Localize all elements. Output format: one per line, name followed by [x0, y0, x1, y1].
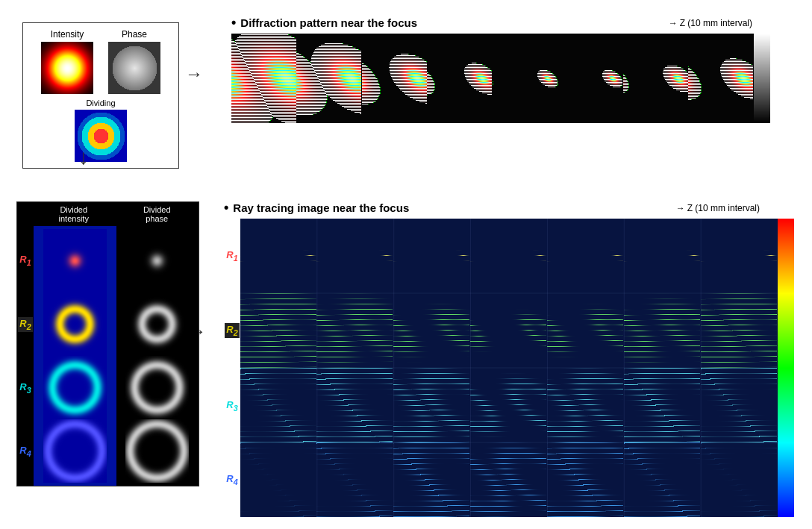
div-int-r2-canvas	[43, 292, 107, 356]
div-int-r3-canvas	[43, 356, 107, 419]
raytracing-body: R1 R2 R3 R4	[224, 219, 805, 517]
div-ph-r1-canvas	[125, 229, 189, 292]
row-label-r2: R2	[18, 317, 32, 332]
divided-header: Dividedintensity Dividedphase	[17, 202, 199, 226]
divided-row-labels: R1 R2 R3 R4	[17, 226, 34, 486]
phase-label: Phase	[108, 29, 160, 40]
diffraction-title: Diffraction pattern near the focus	[240, 16, 417, 29]
div-ph-r4-canvas	[125, 419, 189, 483]
row-label-r3: R3	[19, 381, 31, 395]
divided-panel: Dividedintensity Dividedphase R1 R2 R3 R…	[16, 201, 199, 486]
top-left-panel: Intensity Phase Dividing	[22, 22, 179, 169]
rt-row-label-r1: R1	[226, 249, 237, 263]
diffraction-panel: • Diffraction pattern near the focus → Z…	[231, 15, 797, 123]
div-ph-r2-canvas	[125, 292, 189, 356]
dividing-label: Dividing	[86, 98, 115, 107]
divided-phase-col	[116, 226, 199, 486]
rt-row-label-r2: R2	[225, 323, 239, 338]
div-int-r1-canvas	[43, 229, 107, 292]
rt-z-arrow-icon: →	[676, 203, 685, 213]
raytracing-z-text: Z (10 mm interval)	[687, 203, 760, 213]
raytracing-panel: • Ray tracing image near the focus → Z (…	[224, 200, 805, 523]
rt-row-labels: R1 R2 R3 R4	[224, 219, 240, 517]
diffraction-header: • Diffraction pattern near the focus → Z…	[231, 15, 797, 31]
divided-intensity-label: Dividedintensity	[17, 205, 116, 223]
diffraction-z-text: Z (10 mm interval)	[680, 18, 752, 28]
diffraction-canvas	[231, 34, 754, 123]
right-arrow-top: →	[185, 63, 203, 84]
raytracing-colorbar	[778, 219, 794, 517]
divided-body: R1 R2 R3 R4	[17, 226, 199, 486]
raytracing-z-label: → Z (10 mm interval)	[676, 203, 760, 213]
diffraction-colorbar	[754, 34, 770, 123]
row-label-r4: R4	[19, 445, 31, 458]
diffraction-z-label: → Z (10 mm interval)	[669, 18, 752, 28]
divided-intensity-col	[34, 226, 116, 486]
rt-row-label-r4: R4	[226, 473, 237, 486]
diffraction-image-row	[231, 34, 797, 123]
intensity-phase-row: Intensity Phase	[41, 29, 160, 94]
intensity-label: Intensity	[41, 29, 93, 40]
phase-canvas	[108, 42, 160, 94]
diffraction-bullet: •	[231, 15, 236, 31]
raytracing-canvas	[240, 219, 778, 517]
divided-phase-label: Dividedphase	[116, 205, 199, 223]
intensity-image-group: Intensity	[41, 29, 93, 94]
row-label-r1: R1	[19, 254, 31, 267]
raytracing-title: Ray tracing image near the focus	[233, 201, 409, 214]
down-arrow: ↓	[78, 145, 89, 169]
intensity-canvas	[41, 42, 93, 94]
div-int-r4-canvas	[43, 419, 107, 483]
rt-row-label-r3: R3	[226, 399, 237, 413]
raytracing-header: • Ray tracing image near the focus → Z (…	[224, 200, 805, 216]
raytracing-bullet: •	[224, 200, 228, 216]
z-arrow-icon: →	[669, 18, 678, 28]
phase-image-group: Phase	[108, 29, 160, 94]
div-ph-r3-canvas	[125, 356, 189, 419]
